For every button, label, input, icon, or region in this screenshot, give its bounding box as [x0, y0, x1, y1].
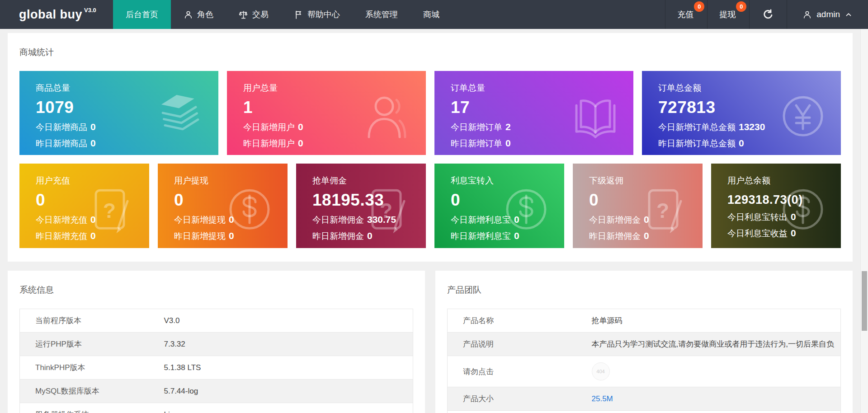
nav-item-mall[interactable]: 商城 — [410, 0, 452, 29]
stat-card-line-value: 2 — [505, 122, 511, 132]
refresh-button[interactable] — [749, 0, 787, 29]
stat-card-line: 昨日新增订单0 — [451, 138, 633, 150]
stat-card-interest-in: 利息宝转入0今日新增利息宝0昨日新增利息宝0 — [434, 164, 564, 248]
flag-icon — [294, 10, 303, 19]
stat-card-line: 今日新增订单总金额13230 — [658, 122, 841, 133]
row-value: Linux — [149, 403, 413, 413]
stat-card-value: 1079 — [36, 98, 218, 117]
stat-card-value: 0 — [174, 191, 288, 210]
user-menu[interactable]: admin — [787, 0, 868, 29]
person-icon — [184, 10, 193, 19]
stat-card-value: 0 — [36, 191, 149, 210]
row-label: 服务器操作系统 — [20, 403, 149, 413]
scrollbar[interactable] — [860, 29, 868, 413]
table-row: 产品大小25.5M — [448, 387, 841, 411]
system-info-panel: 系统信息 当前程序版本V3.0运行PHP版本7.3.32ThinkPHP版本5.… — [8, 271, 425, 413]
row-label: MySQL数据库版本 — [20, 380, 149, 403]
navbar-actions: 充值0提现0 — [665, 0, 749, 29]
row-text: 抢单源码 — [592, 316, 623, 325]
table-row: 产品名称抢单源码 — [448, 309, 841, 333]
stat-card-line: 今日新增充值0 — [36, 214, 149, 226]
bottom-row: 系统信息 当前程序版本V3.0运行PHP版本7.3.32ThinkPHP版本5.… — [8, 271, 853, 413]
stat-card-line: 昨日新增订单总金额0 — [658, 138, 841, 150]
scrollbar-thumb[interactable] — [862, 271, 867, 331]
stat-card-line: 昨日新增商品0 — [36, 138, 218, 150]
stat-card-value: 18195.33 — [312, 191, 426, 210]
stat-card-line: 昨日新增利息宝0 — [451, 230, 564, 242]
row-value: 抢单源码 — [576, 309, 841, 333]
recharge-button[interactable]: 充值0 — [665, 0, 707, 29]
nav-item-system[interactable]: 系统管理 — [353, 0, 410, 29]
row-text: 7.3.32 — [164, 340, 185, 348]
stat-card-line-value: 0 — [505, 138, 511, 148]
withdraw-button[interactable]: 提现0 — [707, 0, 749, 29]
stat-card-line-value: 0 — [298, 122, 303, 132]
nav-item-home[interactable]: 后台首页 — [113, 0, 171, 29]
stat-card-line: 今日新增佣金330.75 — [312, 214, 426, 226]
stat-card-line-label: 昨日新增提现 — [174, 231, 226, 241]
row-text: Linux — [164, 410, 183, 413]
stat-card-value: 727813 — [658, 98, 841, 117]
stat-card-line-value: 0 — [229, 214, 234, 225]
stat-card-line: 今日新增佣金0 — [589, 214, 703, 226]
row-text: 5.1.38 LTS — [164, 363, 201, 372]
row-value: V3.0 — [149, 309, 413, 333]
stat-card-line-value: 330.75 — [367, 214, 396, 225]
stat-card-line: 昨日新增充值0 — [36, 230, 149, 242]
stat-card-line-label: 今日新增充值 — [36, 215, 87, 225]
stat-card-user-withdraw: 用户提现0今日新增提现0昨日新增提现0 — [158, 164, 288, 248]
stat-card-line: 昨日新增提现0 — [174, 230, 288, 242]
table-row: 当前程序版本V3.0 — [20, 309, 413, 333]
withdraw-label: 提现 — [719, 9, 736, 20]
stat-card-line-value: 0 — [514, 230, 519, 241]
stat-card-title: 订单总量 — [451, 82, 633, 94]
stat-card-line: 昨日新增用户0 — [243, 138, 426, 150]
stat-card-orders-total: 订单总量17今日新增订单2昨日新增订单0 — [434, 71, 633, 155]
nav-item-role[interactable]: 角色 — [171, 0, 226, 29]
table-row: MySQL数据库版本5.7.44-log — [20, 380, 413, 403]
stat-card-line-label: 今日利息宝转出 — [727, 212, 788, 222]
stat-card-line-value: 0 — [644, 230, 649, 241]
stat-card-line-value: 0 — [644, 214, 649, 225]
system-info-table: 当前程序版本V3.0运行PHP版本7.3.32ThinkPHP版本5.1.38 … — [19, 309, 413, 413]
stat-card-title: 用户总余额 — [727, 175, 841, 187]
row-value: 25.5M — [576, 387, 841, 411]
row-label: 产品说明 — [448, 333, 576, 356]
stat-card-sub-rebate: 下级返佣0今日新增佣金0昨日新增佣金0? — [573, 164, 703, 248]
stat-card-line-label: 今日新增用户 — [243, 122, 295, 132]
product-team-table: 产品名称抢单源码产品说明本产品只为学习测试交流,请勿要做商业或者用于违法行为,一… — [447, 309, 841, 413]
stat-card-line-value: 0 — [90, 230, 96, 241]
row-link[interactable]: 25.5M — [592, 394, 613, 403]
table-row: 运行PHP版本7.3.32 — [20, 333, 413, 356]
user-icon — [802, 10, 812, 19]
stat-card-line-value: 0 — [367, 230, 373, 241]
nav-item-trade[interactable]: 交易 — [226, 0, 281, 29]
stat-card-line-label: 今日新增提现 — [174, 215, 226, 225]
recharge-badge: 0 — [694, 1, 704, 12]
nav-item-help[interactable]: 帮助中心 — [281, 0, 353, 29]
scale-icon — [239, 10, 248, 19]
stat-card-title: 商品总量 — [36, 82, 218, 94]
navbar-right: 充值0提现0 admin — [665, 0, 868, 29]
stat-card-line-label: 今日新增商品 — [36, 122, 87, 132]
stat-card-line-label: 今日新增利息宝 — [451, 215, 511, 225]
stat-card-line-label: 今日新增订单 — [451, 122, 502, 132]
row-value: mysql — [576, 411, 841, 413]
stat-card-title: 用户充值 — [36, 175, 149, 187]
recharge-label: 充值 — [677, 9, 693, 20]
stat-card-line-label: 昨日新增商品 — [36, 139, 87, 148]
chevron-up-icon — [844, 10, 853, 19]
row-text: 5.7.44-log — [164, 387, 198, 395]
table-row: 产品说明本产品只为学习测试交流,请勿要做商业或者用于违法行为,一切后果自负 — [448, 333, 841, 356]
stat-card-line-value: 0 — [739, 138, 744, 148]
app-logo[interactable]: global buy V3.0 — [0, 0, 113, 29]
stat-card-value: 1 — [243, 98, 426, 117]
stat-card-line-label: 今日新增佣金 — [312, 215, 364, 225]
row-label: 运行PHP版本 — [20, 333, 149, 356]
stat-card-line-label: 昨日新增订单总金额 — [658, 139, 736, 148]
row-label: 数据库 — [448, 411, 576, 413]
refresh-icon — [762, 9, 774, 20]
stat-card-line-value: 0 — [298, 138, 303, 148]
row-label: 产品名称 — [448, 309, 576, 333]
stat-card-line-value: 0 — [791, 228, 796, 238]
